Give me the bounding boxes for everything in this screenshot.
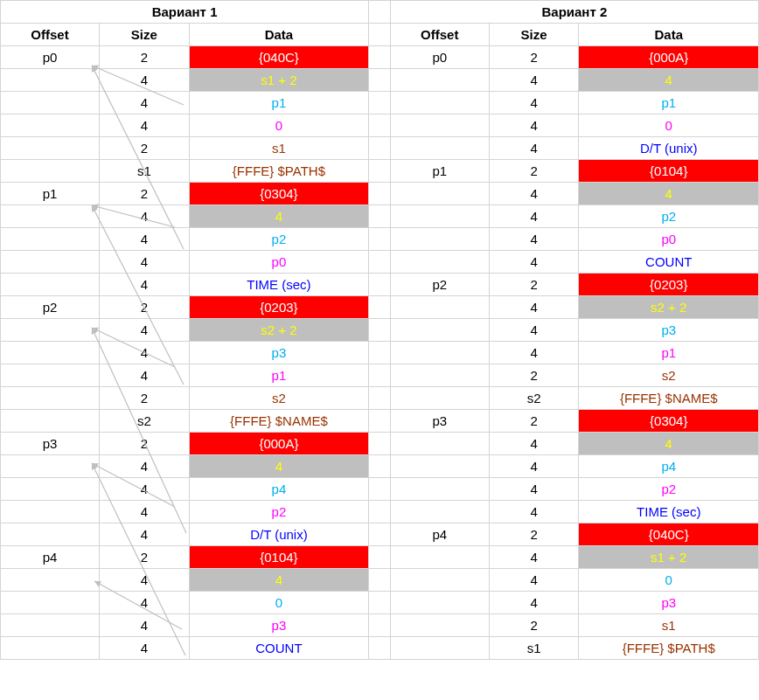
- size-cell: 4: [99, 614, 189, 637]
- gap-cell: [369, 69, 391, 92]
- data-cell: {FFFE} $NAME$: [189, 410, 368, 433]
- data-cell: 4: [189, 455, 368, 478]
- data-cell: 4: [579, 183, 759, 205]
- gap-cell: [369, 523, 391, 546]
- data-cell: TIME (sec): [189, 274, 368, 296]
- size-cell: s1: [489, 637, 579, 660]
- data-cell: p3: [579, 592, 759, 614]
- header-v1-size: Size: [99, 24, 189, 46]
- offset-cell: [390, 319, 489, 342]
- offset-cell: [1, 251, 100, 274]
- header-row-variants: Вариант 1 Вариант 2: [1, 1, 759, 24]
- size-cell: 4: [99, 478, 189, 501]
- data-cell: p2: [189, 228, 368, 251]
- header-v1-offset: Offset: [1, 24, 100, 46]
- data-cell: {0304}: [189, 183, 368, 205]
- size-cell: 2: [99, 296, 189, 319]
- table-row: p22{0203}4s2 + 2: [1, 296, 759, 319]
- table-row: 444p2: [1, 205, 759, 228]
- offset-cell: [1, 114, 100, 137]
- data-cell: p1: [189, 364, 368, 387]
- data-cell: {000A}: [579, 46, 759, 69]
- table-row: 4TIME (sec)p22{0203}: [1, 274, 759, 296]
- gap-cell: [369, 205, 391, 228]
- table-row: 404p3: [1, 592, 759, 614]
- data-cell: {040C}: [189, 46, 368, 69]
- size-cell: 4: [489, 228, 579, 251]
- size-cell: 4: [99, 592, 189, 614]
- size-cell: 2: [99, 137, 189, 160]
- table-row: 4s2 + 24p3: [1, 319, 759, 342]
- data-cell: p1: [579, 342, 759, 364]
- data-cell: {0304}: [579, 410, 759, 433]
- table-row: 4D/T (unix)p42{040C}: [1, 523, 759, 546]
- data-cell: 4: [189, 569, 368, 592]
- data-cell: COUNT: [189, 637, 368, 660]
- offset-cell: [390, 137, 489, 160]
- data-cell: {FFFE} $PATH$: [189, 160, 368, 183]
- gap-cell: [369, 364, 391, 387]
- gap-cell: [369, 274, 391, 296]
- offset-cell: [1, 387, 100, 410]
- size-cell: 4: [489, 92, 579, 114]
- header-v2-offset: Offset: [390, 24, 489, 46]
- offset-cell: [390, 183, 489, 205]
- size-cell: 4: [99, 364, 189, 387]
- table-row: 4COUNTs1{FFFE} $PATH$: [1, 637, 759, 660]
- data-cell: {0203}: [189, 296, 368, 319]
- offset-cell: [390, 569, 489, 592]
- table-row: p42{0104}4s1 + 2: [1, 546, 759, 569]
- offset-cell: [1, 137, 100, 160]
- size-cell: s2: [489, 387, 579, 410]
- data-cell: D/T (unix): [189, 523, 368, 546]
- data-cell: p2: [189, 501, 368, 523]
- offset-cell: p4: [1, 546, 100, 569]
- size-cell: 4: [99, 251, 189, 274]
- offset-cell: p1: [390, 160, 489, 183]
- size-cell: 2: [489, 274, 579, 296]
- size-cell: 4: [489, 319, 579, 342]
- size-cell: 4: [489, 569, 579, 592]
- data-cell: p4: [579, 455, 759, 478]
- offset-cell: [390, 614, 489, 637]
- offset-cell: [390, 342, 489, 364]
- header-v2-data: Data: [579, 24, 759, 46]
- table-body: p02{040C}p02{000A}4s1 + 2444p14p140402s1…: [1, 46, 759, 660]
- offset-cell: [1, 592, 100, 614]
- gap-cell: [369, 183, 391, 205]
- table-row: 4p12s2: [1, 364, 759, 387]
- size-cell: 4: [489, 137, 579, 160]
- gap-cell: [369, 342, 391, 364]
- data-cell: {FFFE} $NAME$: [579, 387, 759, 410]
- table-row: p32{000A}44: [1, 433, 759, 455]
- gap-cell: [369, 387, 391, 410]
- size-cell: 2: [99, 546, 189, 569]
- gap-cell: [369, 251, 391, 274]
- size-cell: 4: [489, 342, 579, 364]
- size-cell: 4: [99, 114, 189, 137]
- offset-cell: [1, 274, 100, 296]
- data-cell: p3: [579, 319, 759, 342]
- data-cell: TIME (sec): [579, 501, 759, 523]
- data-cell: {000A}: [189, 433, 368, 455]
- offset-cell: [1, 228, 100, 251]
- offset-cell: [390, 364, 489, 387]
- gap-cell: [369, 24, 391, 46]
- offset-cell: [390, 251, 489, 274]
- offset-cell: [1, 478, 100, 501]
- size-cell: 4: [489, 114, 579, 137]
- data-cell: 4: [579, 69, 759, 92]
- size-cell: 2: [489, 410, 579, 433]
- size-cell: 4: [489, 69, 579, 92]
- data-cell: p3: [189, 342, 368, 364]
- header-row-columns: Offset Size Data Offset Size Data: [1, 24, 759, 46]
- table-row: 4p04COUNT: [1, 251, 759, 274]
- offset-cell: [390, 546, 489, 569]
- size-cell: 4: [99, 92, 189, 114]
- table-row: s2{FFFE} $NAME$p32{0304}: [1, 410, 759, 433]
- size-cell: 4: [99, 69, 189, 92]
- data-cell: p1: [189, 92, 368, 114]
- table-row: 4s1 + 244: [1, 69, 759, 92]
- size-cell: 4: [489, 183, 579, 205]
- gap-cell: [369, 569, 391, 592]
